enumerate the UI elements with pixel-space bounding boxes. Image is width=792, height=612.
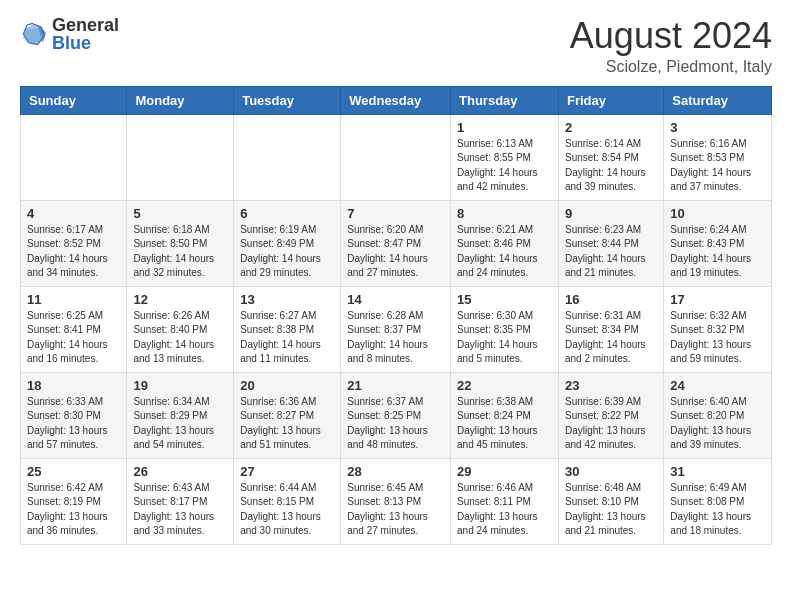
calendar-day-23: 23Sunrise: 6:39 AM Sunset: 8:22 PM Dayli… [558,372,663,458]
calendar-day-5: 5Sunrise: 6:18 AM Sunset: 8:50 PM Daylig… [127,200,234,286]
day-info: Sunrise: 6:23 AM Sunset: 8:44 PM Dayligh… [565,223,657,281]
calendar-table: SundayMondayTuesdayWednesdayThursdayFrid… [20,86,772,545]
day-info: Sunrise: 6:25 AM Sunset: 8:41 PM Dayligh… [27,309,120,367]
day-number: 30 [565,464,657,479]
calendar-day-8: 8Sunrise: 6:21 AM Sunset: 8:46 PM Daylig… [451,200,559,286]
day-number: 12 [133,292,227,307]
day-info: Sunrise: 6:17 AM Sunset: 8:52 PM Dayligh… [27,223,120,281]
calendar-day-1: 1Sunrise: 6:13 AM Sunset: 8:55 PM Daylig… [451,114,559,200]
calendar-day-16: 16Sunrise: 6:31 AM Sunset: 8:34 PM Dayli… [558,286,663,372]
header: General Blue August 2024 Sciolze, Piedmo… [20,16,772,76]
calendar-day-9: 9Sunrise: 6:23 AM Sunset: 8:44 PM Daylig… [558,200,663,286]
calendar-day-20: 20Sunrise: 6:36 AM Sunset: 8:27 PM Dayli… [234,372,341,458]
calendar-header-friday: Friday [558,86,663,114]
day-number: 27 [240,464,334,479]
day-number: 1 [457,120,552,135]
day-info: Sunrise: 6:18 AM Sunset: 8:50 PM Dayligh… [133,223,227,281]
day-info: Sunrise: 6:39 AM Sunset: 8:22 PM Dayligh… [565,395,657,453]
day-info: Sunrise: 6:31 AM Sunset: 8:34 PM Dayligh… [565,309,657,367]
calendar-day-empty-0-1 [127,114,234,200]
day-number: 22 [457,378,552,393]
calendar-day-26: 26Sunrise: 6:43 AM Sunset: 8:17 PM Dayli… [127,458,234,544]
day-info: Sunrise: 6:48 AM Sunset: 8:10 PM Dayligh… [565,481,657,539]
month-year: August 2024 [570,16,772,56]
calendar-day-empty-0-2 [234,114,341,200]
day-info: Sunrise: 6:46 AM Sunset: 8:11 PM Dayligh… [457,481,552,539]
day-info: Sunrise: 6:14 AM Sunset: 8:54 PM Dayligh… [565,137,657,195]
day-number: 8 [457,206,552,221]
calendar-header-sunday: Sunday [21,86,127,114]
logo-blue-text: Blue [52,34,119,52]
day-number: 14 [347,292,444,307]
day-number: 13 [240,292,334,307]
calendar-week-5: 25Sunrise: 6:42 AM Sunset: 8:19 PM Dayli… [21,458,772,544]
calendar-day-19: 19Sunrise: 6:34 AM Sunset: 8:29 PM Dayli… [127,372,234,458]
calendar-week-4: 18Sunrise: 6:33 AM Sunset: 8:30 PM Dayli… [21,372,772,458]
calendar-week-1: 1Sunrise: 6:13 AM Sunset: 8:55 PM Daylig… [21,114,772,200]
calendar-day-15: 15Sunrise: 6:30 AM Sunset: 8:35 PM Dayli… [451,286,559,372]
calendar-day-17: 17Sunrise: 6:32 AM Sunset: 8:32 PM Dayli… [664,286,772,372]
day-info: Sunrise: 6:43 AM Sunset: 8:17 PM Dayligh… [133,481,227,539]
location: Sciolze, Piedmont, Italy [570,58,772,76]
day-info: Sunrise: 6:30 AM Sunset: 8:35 PM Dayligh… [457,309,552,367]
calendar-day-27: 27Sunrise: 6:44 AM Sunset: 8:15 PM Dayli… [234,458,341,544]
day-number: 21 [347,378,444,393]
day-info: Sunrise: 6:40 AM Sunset: 8:20 PM Dayligh… [670,395,765,453]
day-number: 15 [457,292,552,307]
calendar-day-7: 7Sunrise: 6:20 AM Sunset: 8:47 PM Daylig… [341,200,451,286]
day-info: Sunrise: 6:36 AM Sunset: 8:27 PM Dayligh… [240,395,334,453]
day-number: 18 [27,378,120,393]
calendar-week-3: 11Sunrise: 6:25 AM Sunset: 8:41 PM Dayli… [21,286,772,372]
calendar-day-29: 29Sunrise: 6:46 AM Sunset: 8:11 PM Dayli… [451,458,559,544]
calendar-day-10: 10Sunrise: 6:24 AM Sunset: 8:43 PM Dayli… [664,200,772,286]
calendar-header-thursday: Thursday [451,86,559,114]
day-info: Sunrise: 6:34 AM Sunset: 8:29 PM Dayligh… [133,395,227,453]
calendar-day-12: 12Sunrise: 6:26 AM Sunset: 8:40 PM Dayli… [127,286,234,372]
day-number: 24 [670,378,765,393]
calendar-day-31: 31Sunrise: 6:49 AM Sunset: 8:08 PM Dayli… [664,458,772,544]
calendar-day-24: 24Sunrise: 6:40 AM Sunset: 8:20 PM Dayli… [664,372,772,458]
calendar-day-empty-0-3 [341,114,451,200]
day-info: Sunrise: 6:24 AM Sunset: 8:43 PM Dayligh… [670,223,765,281]
day-number: 11 [27,292,120,307]
calendar-header-saturday: Saturday [664,86,772,114]
day-info: Sunrise: 6:26 AM Sunset: 8:40 PM Dayligh… [133,309,227,367]
calendar-header-monday: Monday [127,86,234,114]
calendar-day-13: 13Sunrise: 6:27 AM Sunset: 8:38 PM Dayli… [234,286,341,372]
day-info: Sunrise: 6:28 AM Sunset: 8:37 PM Dayligh… [347,309,444,367]
day-number: 26 [133,464,227,479]
day-info: Sunrise: 6:32 AM Sunset: 8:32 PM Dayligh… [670,309,765,367]
calendar-header-tuesday: Tuesday [234,86,341,114]
calendar-week-2: 4Sunrise: 6:17 AM Sunset: 8:52 PM Daylig… [21,200,772,286]
logo-text: General Blue [52,16,119,52]
day-number: 28 [347,464,444,479]
day-number: 7 [347,206,444,221]
day-info: Sunrise: 6:33 AM Sunset: 8:30 PM Dayligh… [27,395,120,453]
logo: General Blue [20,16,119,52]
day-info: Sunrise: 6:38 AM Sunset: 8:24 PM Dayligh… [457,395,552,453]
calendar-day-3: 3Sunrise: 6:16 AM Sunset: 8:53 PM Daylig… [664,114,772,200]
calendar-day-21: 21Sunrise: 6:37 AM Sunset: 8:25 PM Dayli… [341,372,451,458]
day-number: 6 [240,206,334,221]
calendar-day-6: 6Sunrise: 6:19 AM Sunset: 8:49 PM Daylig… [234,200,341,286]
day-info: Sunrise: 6:45 AM Sunset: 8:13 PM Dayligh… [347,481,444,539]
page: General Blue August 2024 Sciolze, Piedmo… [0,0,792,561]
day-number: 29 [457,464,552,479]
day-info: Sunrise: 6:37 AM Sunset: 8:25 PM Dayligh… [347,395,444,453]
day-info: Sunrise: 6:21 AM Sunset: 8:46 PM Dayligh… [457,223,552,281]
calendar-day-4: 4Sunrise: 6:17 AM Sunset: 8:52 PM Daylig… [21,200,127,286]
day-number: 16 [565,292,657,307]
logo-general-text: General [52,16,119,34]
day-info: Sunrise: 6:13 AM Sunset: 8:55 PM Dayligh… [457,137,552,195]
day-info: Sunrise: 6:16 AM Sunset: 8:53 PM Dayligh… [670,137,765,195]
day-number: 31 [670,464,765,479]
day-info: Sunrise: 6:42 AM Sunset: 8:19 PM Dayligh… [27,481,120,539]
title-section: August 2024 Sciolze, Piedmont, Italy [570,16,772,76]
day-number: 17 [670,292,765,307]
day-number: 2 [565,120,657,135]
day-info: Sunrise: 6:19 AM Sunset: 8:49 PM Dayligh… [240,223,334,281]
calendar-day-28: 28Sunrise: 6:45 AM Sunset: 8:13 PM Dayli… [341,458,451,544]
day-info: Sunrise: 6:20 AM Sunset: 8:47 PM Dayligh… [347,223,444,281]
day-number: 9 [565,206,657,221]
calendar-day-18: 18Sunrise: 6:33 AM Sunset: 8:30 PM Dayli… [21,372,127,458]
